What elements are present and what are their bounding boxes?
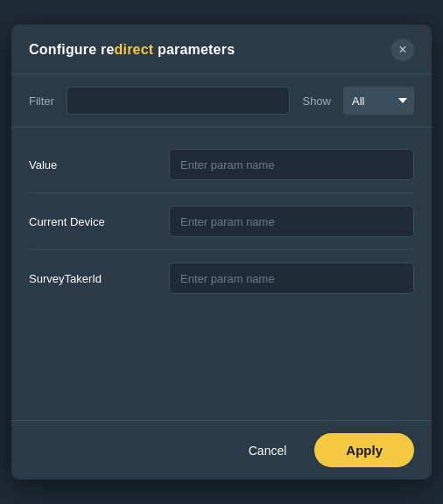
modal-title: Configure redirect parameters [29,42,235,58]
configure-redirect-modal: Configure redirect parameters × Filter S… [11,24,432,480]
param-input-current-device[interactable] [169,206,414,237]
show-select[interactable]: All Active Inactive [343,87,414,115]
param-label-survey-taker-id: SurveyTakerId [29,272,169,285]
modal-body: Value Current Device SurveyTakerId [11,128,432,315]
filter-input[interactable] [67,87,291,115]
param-row-current-device: Current Device [29,193,414,250]
param-label-current-device: Current Device [29,215,169,228]
modal-header: Configure redirect parameters × [11,24,432,74]
close-button[interactable]: × [391,38,414,61]
modal-footer: Cancel Apply [11,420,432,480]
param-row-value: Value [29,136,414,193]
modal-overlay: Configure redirect parameters × Filter S… [0,0,443,504]
param-label-value: Value [29,158,169,172]
show-label: Show [302,94,331,108]
param-input-survey-taker-id[interactable] [169,262,414,294]
param-row-survey-taker-id: SurveyTakerId [29,250,414,306]
modal-spacer [11,315,432,420]
param-input-value[interactable] [169,149,414,180]
filter-bar: Filter Show All Active Inactive [11,74,432,128]
filter-label: Filter [29,94,54,108]
cancel-button[interactable]: Cancel [235,435,301,466]
apply-button[interactable]: Apply [314,433,414,467]
